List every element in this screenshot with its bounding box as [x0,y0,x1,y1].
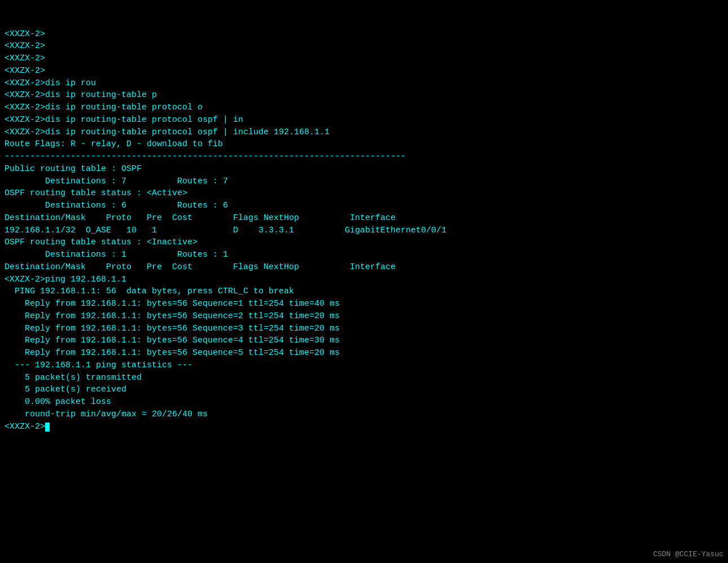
terminal-line: Reply from 192.168.1.1: bytes=56 Sequenc… [5,335,723,347]
terminal-line: Destinations : 6 Routes : 6 [5,200,723,212]
terminal-window: <XXZX-2><XXZX-2><XXZX-2><XXZX-2><XXZX-2>… [0,0,728,436]
terminal-line: Reply from 192.168.1.1: bytes=56 Sequenc… [5,347,723,359]
terminal-line: <XXZX-2> [5,65,723,77]
terminal-line: --- 192.168.1.1 ping statistics --- [5,359,723,372]
terminal-line: OSPF routing table status : <Inactive> [5,236,723,249]
terminal-line: Destinations : 1 Routes : 1 [5,249,723,261]
terminal-line: Destinations : 7 Routes : 7 [5,175,723,188]
terminal-line: Reply from 192.168.1.1: bytes=56 Sequenc… [5,298,723,310]
terminal-cursor [45,423,50,432]
terminal-line: 0.00% packet loss [5,396,723,408]
terminal-line: PING 192.168.1.1: 56 data bytes, press C… [5,285,723,298]
terminal-line: Destination/Mask Proto Pre Cost Flags Ne… [5,261,723,274]
terminal-line: <XXZX-2> [5,52,723,65]
terminal-line: <XXZX-2>dis ip routing-table p [5,89,723,102]
terminal-line: <XXZX-2> [5,28,723,41]
watermark: CSDN @CCIE-Yasuc [653,550,723,558]
terminal-line: Public routing table : OSPF [5,163,723,175]
terminal-line: <XXZX-2>dis ip routing-table protocol os… [5,114,723,126]
terminal-line: 5 packet(s) transmitted [5,372,723,384]
terminal-line: <XXZX-2>ping 192.168.1.1 [5,274,723,286]
terminal-prompt-line[interactable]: <XXZX-2> [5,421,723,433]
terminal-line: Reply from 192.168.1.1: bytes=56 Sequenc… [5,310,723,323]
terminal-line: 5 packet(s) received [5,384,723,396]
terminal-line: <XXZX-2>dis ip rou [5,77,723,90]
terminal-line: Destination/Mask Proto Pre Cost Flags Ne… [5,212,723,225]
terminal-line: ----------------------------------------… [5,151,723,163]
terminal-line: round-trip min/avg/max = 20/26/40 ms [5,408,723,421]
terminal-line: Route Flags: R - relay, D - download to … [5,138,723,151]
terminal-line: <XXZX-2> [5,40,723,52]
terminal-line: <XXZX-2>dis ip routing-table protocol o [5,102,723,114]
terminal-line: 192.168.1.1/32 O_ASE 10 1 D 3.3.3.1 Giga… [5,225,723,237]
terminal-line: OSPF routing table status : <Active> [5,187,723,200]
terminal-line: Reply from 192.168.1.1: bytes=56 Sequenc… [5,323,723,335]
terminal-line: <XXZX-2>dis ip routing-table protocol os… [5,126,723,139]
